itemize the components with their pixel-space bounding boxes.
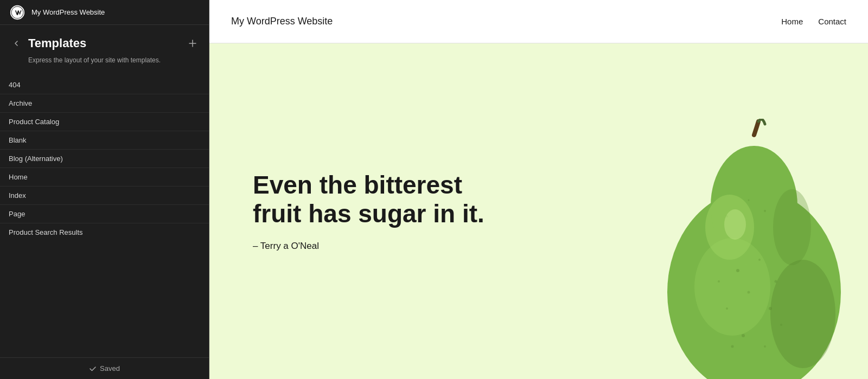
hero-attribution: – Terry a O'Neal [253, 241, 825, 252]
template-item-index[interactable]: Index [0, 187, 209, 205]
svg-point-8 [748, 291, 750, 294]
hero-text: Even the bitterest fruit has sugar in it… [253, 171, 825, 252]
preview-hero: Even the bitterest fruit has sugar in it… [209, 43, 868, 379]
nav-item-home[interactable]: Home [781, 17, 803, 26]
svg-point-5 [770, 260, 835, 368]
back-button[interactable] [9, 36, 24, 51]
svg-point-12 [775, 280, 777, 283]
svg-point-17 [718, 280, 720, 282]
page-title: Templates [28, 36, 185, 50]
template-item-archive[interactable]: Archive [0, 94, 209, 113]
svg-point-13 [742, 334, 745, 337]
preview-header: My WordPress Website HomeContact [209, 0, 868, 43]
saved-label: Saved [100, 364, 120, 372]
svg-point-9 [769, 307, 772, 310]
sidebar: My WordPress Website Templates Express t… [0, 0, 209, 379]
sidebar-description: Express the layout of your site with tem… [0, 55, 209, 74]
wp-logo [9, 4, 26, 21]
svg-point-11 [758, 259, 761, 261]
svg-point-4 [694, 238, 770, 336]
preview-site-title: My WordPress Website [231, 16, 333, 27]
svg-point-10 [726, 307, 728, 310]
preview-nav: HomeContact [781, 17, 846, 26]
add-template-button[interactable] [185, 36, 200, 51]
svg-point-15 [731, 345, 734, 348]
template-item-product-catalog[interactable]: Product Catalog [0, 113, 209, 131]
nav-item-contact[interactable]: Contact [818, 17, 846, 26]
preview-area: My WordPress Website HomeContact Even th… [209, 0, 868, 379]
template-item-404[interactable]: 404 [0, 76, 209, 94]
template-item-page[interactable]: Page [0, 205, 209, 223]
svg-point-16 [780, 324, 782, 326]
svg-point-7 [736, 269, 739, 272]
template-list: 404ArchiveProduct CatalogBlankBlog (Alte… [0, 74, 209, 357]
template-item-blank[interactable]: Blank [0, 131, 209, 150]
sidebar-footer: Saved [0, 357, 209, 379]
sidebar-header: Templates [0, 25, 209, 55]
svg-point-14 [764, 345, 766, 348]
hero-quote: Even the bitterest fruit has sugar in it… [253, 171, 513, 228]
template-item-home[interactable]: Home [0, 168, 209, 187]
check-icon [89, 365, 97, 372]
template-item-product-search-results[interactable]: Product Search Results [0, 223, 209, 241]
site-title: My WordPress Website [31, 8, 105, 16]
template-item-blog-alternative[interactable]: Blog (Alternative) [0, 150, 209, 168]
sidebar-top-bar: My WordPress Website [0, 0, 209, 25]
